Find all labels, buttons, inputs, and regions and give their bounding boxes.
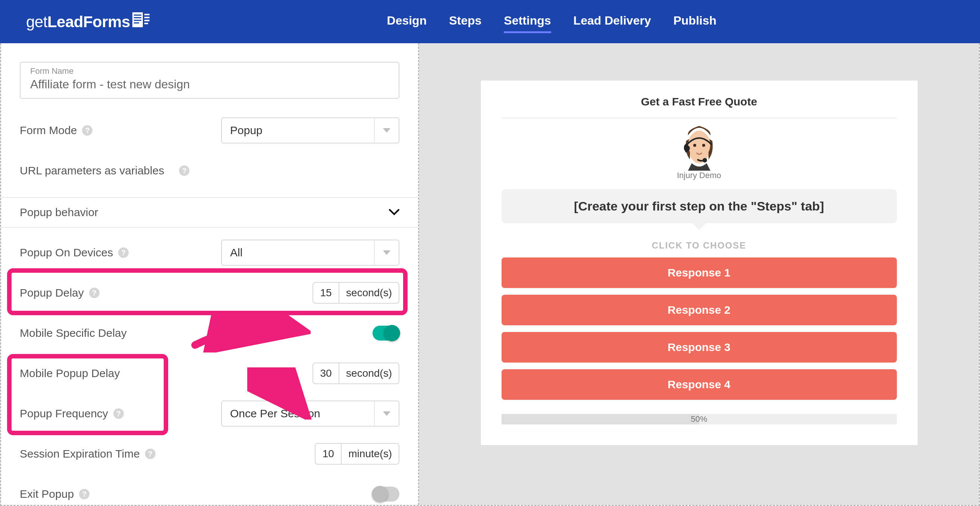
form-name-input[interactable]: Form Name Affiliate form - test new desi… (20, 62, 399, 99)
svg-point-10 (702, 144, 705, 147)
progress-bar: 50% (501, 414, 897, 424)
preview-title: Get a Fast Free Quote (501, 95, 897, 119)
svg-rect-8 (144, 23, 148, 24)
popup-behavior-label: Popup behavior (20, 206, 98, 219)
section-popup-behavior[interactable]: Popup behavior (1, 198, 418, 228)
popup-delay-label: Popup Delay ? (20, 287, 100, 299)
popup-devices-text: Popup On Devices (20, 246, 113, 259)
nav-design[interactable]: Design (387, 10, 427, 33)
popup-devices-select[interactable]: All (221, 240, 399, 266)
svg-rect-7 (144, 20, 150, 21)
popup-delay-unit: second(s) (339, 283, 399, 303)
row-popup-frequency: Popup Frequency ? Once Per Session (20, 400, 399, 427)
agent-name: Injury Demo (677, 171, 721, 180)
brand-suffix: Forms (83, 13, 130, 30)
exit-popup-text: Exit Popup (20, 488, 74, 500)
brand-prefix: get (26, 13, 47, 30)
popup-delay-text: Popup Delay (20, 287, 84, 299)
app-root: getLeadForms Design Steps Settings Lead … (0, 0, 980, 506)
svg-rect-4 (134, 22, 139, 24)
exit-popup-toggle[interactable] (372, 487, 399, 501)
form-mode-label: Form Mode ? (20, 124, 92, 137)
popup-delay-input[interactable]: 15 second(s) (312, 282, 399, 304)
progress-fill (501, 414, 699, 424)
popup-devices-label: Popup On Devices ? (20, 246, 129, 259)
popup-frequency-select[interactable]: Once Per Session (221, 401, 399, 427)
popup-frequency-text: Popup Frequency (20, 407, 108, 420)
session-expiration-input[interactable]: 10 minute(s) (315, 443, 399, 465)
content-area: Form Name Affiliate form - test new desi… (0, 43, 980, 506)
session-expiration-text: Session Expiration Time (20, 447, 140, 460)
popup-delay-value: 15 (313, 283, 339, 303)
popup-devices-value: All (222, 246, 374, 259)
session-expiration-value: 10 (315, 444, 342, 464)
mobile-popup-delay-label: Mobile Popup Delay (20, 367, 120, 380)
row-form-mode: Form Mode ? Popup (20, 117, 399, 144)
row-mobile-popup-delay: Mobile Popup Delay 30 second(s) (20, 360, 399, 387)
chevron-down-icon (374, 118, 399, 143)
url-params-label: URL parameters as variables (20, 164, 164, 177)
popup-frequency-label: Popup Frequency ? (20, 407, 124, 420)
help-icon[interactable]: ? (79, 489, 89, 499)
form-name-label: Form Name (30, 66, 389, 76)
nav-settings[interactable]: Settings (504, 10, 551, 33)
row-mobile-specific-delay: Mobile Specific Delay (20, 319, 399, 347)
form-name-value: Affiliate form - test new design (30, 78, 389, 91)
form-icon (132, 12, 150, 27)
app-header: getLeadForms Design Steps Settings Lead … (0, 0, 980, 43)
mobile-specific-label: Mobile Specific Delay (20, 327, 127, 339)
svg-rect-2 (134, 17, 142, 18)
form-mode-text: Form Mode (20, 124, 77, 137)
mobile-popup-delay-input[interactable]: 30 second(s) (312, 363, 399, 384)
click-to-choose-label: CLICK TO CHOOSE (501, 240, 897, 251)
session-expiration-label: Session Expiration Time ? (20, 447, 156, 460)
brand-mid: Lead (47, 13, 83, 30)
svg-rect-3 (134, 20, 142, 21)
response-option[interactable]: Response 4 (501, 369, 897, 400)
mobile-popup-delay-value: 30 (313, 363, 339, 384)
exit-popup-label: Exit Popup ? (20, 488, 89, 500)
form-preview: Get a Fast Free Quote (480, 81, 918, 445)
help-icon[interactable]: ? (118, 247, 129, 258)
step-banner: [Create your first step on the "Steps" t… (501, 189, 897, 223)
response-option[interactable]: Response 3 (501, 332, 897, 363)
row-url-params: URL parameters as variables ? (20, 157, 399, 184)
help-icon[interactable]: ? (145, 449, 156, 459)
nav-lead-delivery[interactable]: Lead Delivery (574, 10, 651, 33)
response-option[interactable]: Response 2 (501, 295, 897, 325)
help-icon[interactable]: ? (179, 165, 189, 176)
session-expiration-unit: minute(s) (342, 444, 399, 464)
agent-avatar (679, 126, 720, 167)
main-nav: Design Steps Settings Lead Delivery Publ… (150, 10, 954, 33)
mobile-specific-text: Mobile Specific Delay (20, 327, 127, 339)
svg-rect-6 (144, 17, 150, 18)
form-mode-select[interactable]: Popup (221, 117, 399, 143)
progress-label: 50% (690, 414, 707, 424)
agent-block: Injury Demo (501, 126, 897, 180)
svg-rect-1 (134, 14, 142, 16)
popup-frequency-value: Once Per Session (222, 407, 374, 420)
mobile-popup-delay-text: Mobile Popup Delay (20, 367, 120, 380)
svg-rect-5 (144, 14, 150, 15)
form-mode-value: Popup (222, 124, 374, 137)
help-icon[interactable]: ? (89, 288, 100, 298)
nav-steps[interactable]: Steps (449, 10, 481, 33)
nav-publish[interactable]: Publish (673, 10, 717, 33)
response-option[interactable]: Response 1 (501, 257, 897, 288)
help-icon[interactable]: ? (82, 125, 92, 136)
url-params-text: URL parameters as variables (20, 164, 164, 177)
settings-panel: Form Name Affiliate form - test new desi… (1, 43, 418, 505)
svg-point-9 (693, 144, 696, 147)
preview-panel: Get a Fast Free Quote (419, 43, 979, 505)
row-popup-delay: Popup Delay ? 15 second(s) (20, 279, 399, 307)
brand-logo: getLeadForms (26, 12, 150, 31)
row-exit-popup: Exit Popup ? (20, 480, 399, 506)
help-icon[interactable]: ? (113, 408, 124, 419)
svg-point-11 (684, 145, 690, 151)
row-session-expiration: Session Expiration Time ? 10 minute(s) (20, 440, 399, 468)
mobile-specific-toggle[interactable] (372, 326, 399, 341)
row-popup-devices: Popup On Devices ? All (20, 239, 399, 266)
mobile-popup-delay-unit: second(s) (339, 363, 399, 384)
chevron-down-icon (389, 206, 399, 218)
chevron-down-icon (374, 240, 399, 265)
